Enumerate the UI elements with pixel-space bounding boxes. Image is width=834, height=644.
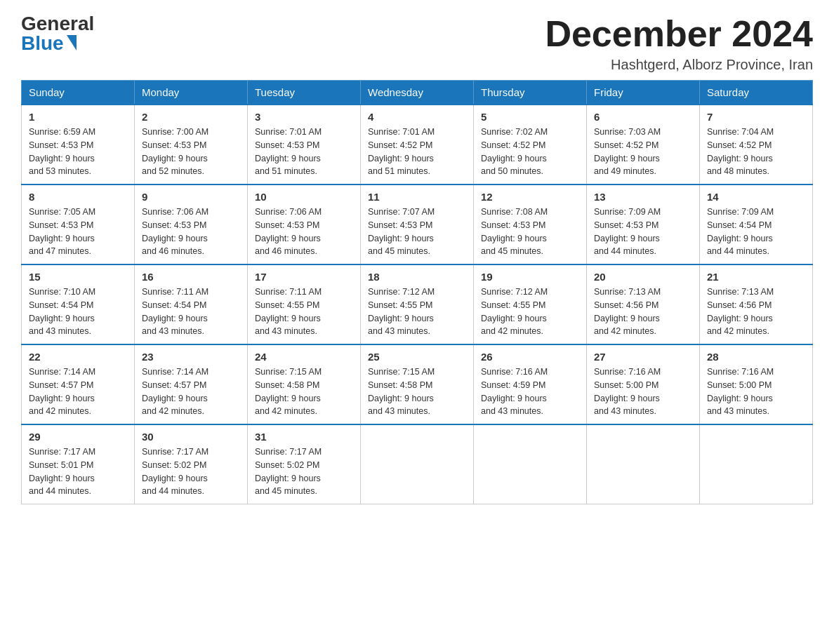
day-info: Sunrise: 7:15 AM Sunset: 4:58 PM Dayligh… (368, 365, 466, 418)
day-number: 28 (707, 351, 805, 363)
day-info: Sunrise: 7:17 AM Sunset: 5:02 PM Dayligh… (255, 445, 353, 498)
day-number: 5 (481, 111, 579, 123)
daylight-minutes: and 43 minutes. (255, 326, 317, 336)
col-tuesday: Tuesday (248, 81, 361, 105)
sunrise-label: Sunrise: 7:17 AM (29, 447, 95, 457)
sunset-label: Sunset: 5:00 PM (707, 380, 772, 390)
table-row: 8 Sunrise: 7:05 AM Sunset: 4:53 PM Dayli… (22, 185, 135, 264)
daylight-label: Daylight: 9 hours (368, 314, 434, 323)
sunset-label: Sunset: 4:53 PM (368, 220, 432, 230)
sunset-label: Sunset: 4:54 PM (142, 300, 206, 310)
daylight-label: Daylight: 9 hours (368, 154, 434, 163)
table-row: 22 Sunrise: 7:14 AM Sunset: 4:57 PM Dayl… (22, 344, 135, 424)
daylight-label: Daylight: 9 hours (594, 394, 660, 403)
sunset-label: Sunset: 5:00 PM (594, 380, 658, 390)
calendar-week-row: 29 Sunrise: 7:17 AM Sunset: 5:01 PM Dayl… (22, 424, 813, 504)
sunset-label: Sunset: 4:53 PM (594, 220, 658, 230)
daylight-minutes: and 53 minutes. (29, 166, 91, 176)
col-friday: Friday (587, 81, 700, 105)
table-row: 3 Sunrise: 7:01 AM Sunset: 4:53 PM Dayli… (248, 105, 361, 185)
day-number: 1 (29, 111, 127, 123)
table-row: 14 Sunrise: 7:09 AM Sunset: 4:54 PM Dayl… (700, 185, 813, 264)
sunset-label: Sunset: 5:02 PM (142, 460, 206, 470)
day-number: 17 (255, 271, 353, 283)
sunset-label: Sunset: 4:55 PM (255, 300, 319, 310)
daylight-minutes: and 44 minutes. (142, 486, 204, 496)
sunrise-label: Sunrise: 7:14 AM (29, 367, 95, 377)
sunset-label: Sunset: 4:54 PM (707, 220, 772, 230)
day-info: Sunrise: 7:10 AM Sunset: 4:54 PM Dayligh… (29, 286, 127, 338)
col-saturday: Saturday (700, 81, 813, 105)
sunset-label: Sunset: 4:55 PM (481, 300, 545, 310)
table-row: 29 Sunrise: 7:17 AM Sunset: 5:01 PM Dayl… (22, 424, 135, 504)
day-number: 12 (481, 191, 579, 203)
table-row: 16 Sunrise: 7:11 AM Sunset: 4:54 PM Dayl… (135, 264, 248, 344)
day-info: Sunrise: 7:14 AM Sunset: 4:57 PM Dayligh… (142, 365, 240, 418)
sunrise-label: Sunrise: 7:15 AM (368, 367, 435, 377)
table-row: 25 Sunrise: 7:15 AM Sunset: 4:58 PM Dayl… (361, 344, 474, 424)
day-info: Sunrise: 7:13 AM Sunset: 4:56 PM Dayligh… (594, 286, 692, 338)
sunset-label: Sunset: 4:56 PM (594, 300, 658, 310)
sunrise-label: Sunrise: 7:09 AM (594, 207, 661, 217)
daylight-label: Daylight: 9 hours (142, 234, 208, 243)
day-number: 24 (255, 351, 353, 363)
day-number: 19 (481, 271, 579, 283)
day-info: Sunrise: 7:15 AM Sunset: 4:58 PM Dayligh… (255, 365, 353, 418)
day-info: Sunrise: 7:03 AM Sunset: 4:52 PM Dayligh… (594, 126, 692, 178)
day-number: 10 (255, 191, 353, 203)
sunrise-label: Sunrise: 7:02 AM (481, 127, 548, 137)
table-row: 11 Sunrise: 7:07 AM Sunset: 4:53 PM Dayl… (361, 185, 474, 264)
sunrise-label: Sunrise: 7:13 AM (594, 287, 661, 297)
logo: General Blue (21, 14, 94, 53)
daylight-label: Daylight: 9 hours (255, 394, 321, 403)
table-row: 2 Sunrise: 7:00 AM Sunset: 4:53 PM Dayli… (135, 105, 248, 185)
daylight-minutes: and 42 minutes. (29, 406, 91, 416)
table-row: 9 Sunrise: 7:06 AM Sunset: 4:53 PM Dayli… (135, 185, 248, 264)
day-info: Sunrise: 7:12 AM Sunset: 4:55 PM Dayligh… (368, 286, 466, 338)
sunrise-label: Sunrise: 7:10 AM (29, 287, 95, 297)
col-thursday: Thursday (474, 81, 587, 105)
table-row: 1 Sunrise: 6:59 AM Sunset: 4:53 PM Dayli… (22, 105, 135, 185)
sunset-label: Sunset: 4:53 PM (255, 140, 319, 150)
day-info: Sunrise: 7:00 AM Sunset: 4:53 PM Dayligh… (142, 126, 240, 178)
day-number: 27 (594, 351, 692, 363)
table-row: 19 Sunrise: 7:12 AM Sunset: 4:55 PM Dayl… (474, 264, 587, 344)
daylight-minutes: and 44 minutes. (707, 246, 769, 256)
sunset-label: Sunset: 4:59 PM (481, 380, 545, 390)
logo-general-text: General (21, 14, 94, 34)
day-info: Sunrise: 7:06 AM Sunset: 4:53 PM Dayligh… (255, 206, 353, 258)
sunrise-label: Sunrise: 7:09 AM (707, 207, 774, 217)
daylight-label: Daylight: 9 hours (142, 474, 208, 483)
daylight-label: Daylight: 9 hours (481, 394, 547, 403)
sunrise-label: Sunrise: 7:12 AM (481, 287, 548, 297)
table-row: 17 Sunrise: 7:11 AM Sunset: 4:55 PM Dayl… (248, 264, 361, 344)
daylight-minutes: and 47 minutes. (29, 246, 91, 256)
sunset-label: Sunset: 4:57 PM (29, 380, 93, 390)
daylight-label: Daylight: 9 hours (594, 234, 660, 243)
sunrise-label: Sunrise: 7:07 AM (368, 207, 435, 217)
table-row: 4 Sunrise: 7:01 AM Sunset: 4:52 PM Dayli… (361, 105, 474, 185)
sunrise-label: Sunrise: 7:08 AM (481, 207, 548, 217)
daylight-label: Daylight: 9 hours (255, 234, 321, 243)
daylight-label: Daylight: 9 hours (142, 314, 208, 323)
daylight-minutes: and 43 minutes. (594, 406, 656, 416)
table-row: 23 Sunrise: 7:14 AM Sunset: 4:57 PM Dayl… (135, 344, 248, 424)
day-info: Sunrise: 7:05 AM Sunset: 4:53 PM Dayligh… (29, 206, 127, 258)
day-number: 22 (29, 351, 127, 363)
page-header: General Blue December 2024 Hashtgerd, Al… (21, 14, 813, 73)
day-number: 2 (142, 111, 240, 123)
day-info: Sunrise: 7:11 AM Sunset: 4:55 PM Dayligh… (255, 286, 353, 338)
sunrise-label: Sunrise: 7:14 AM (142, 367, 208, 377)
sunset-label: Sunset: 4:54 PM (29, 300, 93, 310)
day-info: Sunrise: 7:13 AM Sunset: 4:56 PM Dayligh… (707, 286, 805, 338)
day-info: Sunrise: 6:59 AM Sunset: 4:53 PM Dayligh… (29, 126, 127, 178)
table-row: 28 Sunrise: 7:16 AM Sunset: 5:00 PM Dayl… (700, 344, 813, 424)
day-info: Sunrise: 7:17 AM Sunset: 5:01 PM Dayligh… (29, 445, 127, 498)
day-number: 25 (368, 351, 466, 363)
daylight-minutes: and 45 minutes. (368, 246, 430, 256)
daylight-label: Daylight: 9 hours (707, 314, 773, 323)
day-number: 29 (29, 431, 127, 443)
table-row: 24 Sunrise: 7:15 AM Sunset: 4:58 PM Dayl… (248, 344, 361, 424)
sunrise-label: Sunrise: 7:01 AM (368, 127, 435, 137)
month-title: December 2024 (545, 14, 813, 54)
